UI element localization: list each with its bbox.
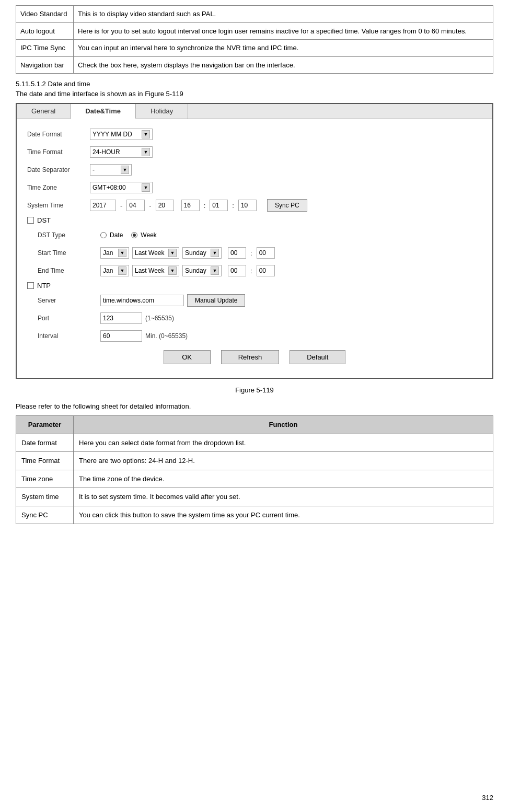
time-format-label: Time Format xyxy=(27,148,90,156)
date-format-label: Date Format xyxy=(27,131,90,138)
dst-end-day-select[interactable]: Sunday ▼ xyxy=(182,265,222,276)
ntp-port-row: Port 123 (1~65535) xyxy=(38,311,482,325)
date-format-value: YYYY MM DD xyxy=(92,131,142,138)
bottom-table: Parameter Function Date formatHere you c… xyxy=(16,415,493,524)
time-zone-label: Time Zone xyxy=(27,184,90,191)
dst-start-day-select[interactable]: Sunday ▼ xyxy=(182,247,222,259)
dst-end-week-value: Last Week xyxy=(135,267,168,274)
dst-end-mm[interactable]: 00 xyxy=(257,265,275,276)
top-desc: This is to display video standard such a… xyxy=(74,6,493,23)
time-format-select[interactable]: 24-HOUR ▼ xyxy=(90,146,153,158)
manual-update-button[interactable]: Manual Update xyxy=(187,294,245,307)
ntp-interval-label: Interval xyxy=(38,332,100,340)
ntp-checkbox-row: NTP xyxy=(27,282,482,289)
dst-end-day-arrow: ▼ xyxy=(211,266,219,275)
dst-label: DST xyxy=(37,216,51,224)
ntp-port-input[interactable]: 123 xyxy=(100,312,142,324)
system-time-month[interactable]: 04 xyxy=(126,200,145,211)
ntp-server-input[interactable]: time.windows.com xyxy=(100,295,184,306)
system-time-minute[interactable]: 01 xyxy=(210,200,228,211)
dst-start-month-value: Jan xyxy=(103,249,118,257)
bottom-table-row: Date formatHere you can select date form… xyxy=(16,434,493,452)
dst-start-mm[interactable]: 00 xyxy=(257,247,275,259)
system-time-year[interactable]: 2017 xyxy=(90,200,116,211)
dst-date-radio[interactable] xyxy=(100,232,107,238)
bottom-table-header-param: Parameter xyxy=(16,416,74,434)
dst-start-week-select[interactable]: Last Week ▼ xyxy=(132,247,179,259)
top-param: Video Standard xyxy=(16,6,74,23)
date-format-control: YYYY MM DD ▼ xyxy=(90,129,153,140)
dst-start-day-arrow: ▼ xyxy=(211,249,219,257)
date-separator-arrow-icon: ▼ xyxy=(121,166,129,174)
dst-end-month-arrow: ▼ xyxy=(118,266,126,275)
time-zone-select[interactable]: GMT+08:00 ▼ xyxy=(90,182,153,193)
date-separator-control: - ▼ xyxy=(90,164,132,176)
dst-start-month-arrow: ▼ xyxy=(118,249,126,257)
dst-start-month-select[interactable]: Jan ▼ xyxy=(100,247,129,259)
ntp-label: NTP xyxy=(37,282,51,289)
bottom-param: Sync PC xyxy=(16,506,74,524)
dst-type-control: Date Week xyxy=(100,231,157,239)
ok-button[interactable]: OK xyxy=(164,350,211,364)
bottom-table-row: Time zoneThe time zone of the device. xyxy=(16,470,493,488)
action-buttons: OK Refresh Default xyxy=(27,350,482,369)
bottom-param: Date format xyxy=(16,434,74,452)
dst-end-week-select[interactable]: Last Week ▼ xyxy=(132,265,179,276)
dst-start-label: Start Time xyxy=(38,249,100,257)
top-param: Navigation bar xyxy=(16,56,74,74)
bottom-param: Time zone xyxy=(16,470,74,488)
bottom-desc: It is to set system time. It becomes val… xyxy=(74,488,493,506)
intro-text: Please refer to the following sheet for … xyxy=(16,402,493,410)
ntp-interval-control: 60 Min. (0~65535) xyxy=(100,330,188,342)
sync-pc-button[interactable]: Sync PC xyxy=(267,199,307,212)
time-zone-row: Time Zone GMT+08:00 ▼ xyxy=(27,181,482,194)
ntp-server-label: Server xyxy=(38,297,100,304)
dst-checkbox[interactable] xyxy=(27,217,34,224)
bottom-desc: There are two options: 24-H and 12-H. xyxy=(74,452,493,470)
time-zone-arrow-icon: ▼ xyxy=(142,183,150,192)
default-button[interactable]: Default xyxy=(290,350,345,364)
top-table: Video StandardThis is to display video s… xyxy=(16,5,493,74)
dst-type-row: DST Type Date Week xyxy=(38,228,482,242)
ntp-interval-row: Interval 60 Min. (0~65535) xyxy=(38,329,482,343)
separator-3: : xyxy=(204,202,206,210)
dst-start-row: Start Time Jan ▼ Last Week ▼ Sunday ▼ 00 xyxy=(38,246,482,260)
date-separator-select[interactable]: - ▼ xyxy=(90,164,132,176)
time-format-arrow-icon: ▼ xyxy=(142,148,150,156)
bottom-table-row: System timeIt is to set system time. It … xyxy=(16,488,493,506)
ntp-server-row: Server time.windows.com Manual Update xyxy=(38,294,482,307)
ntp-checkbox[interactable] xyxy=(27,282,34,289)
ntp-port-control: 123 (1~65535) xyxy=(100,312,174,324)
dst-end-hh[interactable]: 00 xyxy=(228,265,246,276)
system-time-second[interactable]: 10 xyxy=(238,200,257,211)
section-heading: 5.11.5.1.2 Date and time xyxy=(16,80,493,88)
dst-end-week-arrow: ▼ xyxy=(168,266,177,275)
dst-end-month-select[interactable]: Jan ▼ xyxy=(100,265,129,276)
separator-2: - xyxy=(149,202,151,210)
dst-date-option: Date xyxy=(110,231,123,239)
system-time-control: 2017 - 04 - 20 16 : 01 : 10 Sync PC xyxy=(90,199,307,212)
dst-start-hh[interactable]: 00 xyxy=(228,247,246,259)
ntp-interval-input[interactable]: 60 xyxy=(100,330,142,342)
top-table-row: Auto logoutHere is for you to set auto l… xyxy=(16,22,493,40)
dst-start-week-value: Last Week xyxy=(135,249,168,257)
date-format-select[interactable]: YYYY MM DD ▼ xyxy=(90,129,153,140)
dst-end-control: Jan ▼ Last Week ▼ Sunday ▼ 00 : 00 xyxy=(100,265,275,276)
ui-panel: General Date&Time Holiday Date Format YY… xyxy=(16,103,493,379)
dst-week-radio[interactable] xyxy=(131,232,137,238)
tab-holiday[interactable]: Holiday xyxy=(136,104,188,119)
refresh-button[interactable]: Refresh xyxy=(221,350,280,364)
top-table-row: Video StandardThis is to display video s… xyxy=(16,6,493,23)
top-desc: Check the box here, system displays the … xyxy=(74,56,493,74)
system-time-hour[interactable]: 16 xyxy=(181,200,200,211)
bottom-desc: The time zone of the device. xyxy=(74,470,493,488)
top-table-row: IPC Time SyncYou can input an interval h… xyxy=(16,40,493,57)
time-zone-value: GMT+08:00 xyxy=(92,184,142,191)
system-time-day[interactable]: 20 xyxy=(156,200,174,211)
date-separator-value: - xyxy=(92,166,121,173)
dst-options: DST Type Date Week Start Time Jan ▼ xyxy=(27,228,482,277)
section-subheading: The date and time interface is shown as … xyxy=(16,90,493,98)
figure-caption: Figure 5-119 xyxy=(16,386,493,394)
tab-general[interactable]: General xyxy=(17,104,71,119)
tab-datetime[interactable]: Date&Time xyxy=(71,104,136,119)
